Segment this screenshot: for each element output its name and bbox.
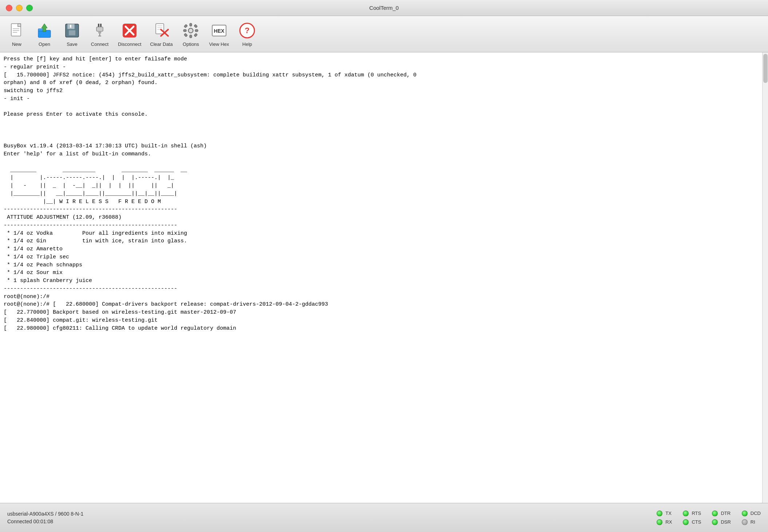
cts-led [683, 519, 689, 525]
titlebar: CoolTerm_0 [0, 0, 768, 16]
ri-label: RI [751, 519, 755, 525]
open-folder-icon [35, 21, 54, 40]
options-button[interactable]: Options [178, 19, 204, 49]
svg-point-35 [189, 29, 193, 32]
rts-indicator: RTS [683, 511, 701, 516]
tx-label: TX [665, 511, 672, 516]
minimize-button[interactable] [16, 5, 23, 11]
save-button[interactable]: Save [59, 19, 85, 49]
connected-time: Connected 00:01:08 [7, 518, 657, 525]
rx-led [657, 519, 662, 525]
dsr-led [712, 519, 718, 525]
dsr-indicator: DSR [712, 519, 731, 525]
save-label: Save [67, 41, 78, 47]
window-controls [6, 5, 33, 11]
dtr-label: DTR [721, 511, 731, 516]
dtr-dsr-col: DTR DSR [712, 511, 731, 525]
svg-rect-32 [194, 24, 198, 28]
rx-label: RX [665, 519, 672, 525]
dcd-indicator: DCD [742, 511, 761, 516]
rts-label: RTS [692, 511, 701, 516]
dcd-ri-col: DCD RI [742, 511, 761, 525]
clear-data-label: Clear Data [150, 41, 173, 47]
dcd-label: DCD [751, 511, 761, 516]
main-area: Press the [f] key and hit [enter] to ent… [0, 52, 768, 503]
svg-rect-34 [194, 33, 198, 37]
svg-text:HEX: HEX [214, 28, 224, 34]
disconnect-label: Disconnect [118, 41, 141, 47]
cts-indicator: CTS [683, 519, 701, 525]
view-hex-icon: HEX [210, 21, 229, 40]
open-label: Open [39, 41, 50, 47]
svg-rect-33 [184, 33, 188, 37]
ri-indicator: RI [742, 519, 761, 525]
clear-data-button[interactable]: Clear Data [146, 19, 176, 49]
maximize-button[interactable] [26, 5, 33, 11]
view-hex-button[interactable]: HEX View Hex [205, 19, 233, 49]
svg-rect-14 [98, 31, 101, 33]
terminal-output[interactable]: Press the [f] key and hit [enter] to ent… [0, 52, 762, 503]
connection-string: usbserial-A900a4XS / 9600 8-N-1 [7, 510, 657, 518]
svg-rect-30 [195, 29, 198, 32]
svg-rect-10 [70, 25, 71, 28]
svg-rect-31 [184, 24, 188, 28]
close-button[interactable] [6, 5, 12, 11]
help-label: Help [242, 41, 252, 47]
statusbar: usbserial-A900a4XS / 9600 8-N-1 Connecte… [0, 503, 768, 532]
save-floppy-icon [63, 21, 82, 40]
svg-rect-13 [96, 27, 103, 31]
disconnect-button[interactable]: Disconnect [114, 19, 145, 49]
new-button[interactable]: New [4, 19, 30, 49]
statusbar-connection-info: usbserial-A900a4XS / 9600 8-N-1 Connecte… [7, 510, 657, 525]
window-title: CoolTerm_0 [369, 5, 399, 11]
terminal[interactable]: Press the [f] key and hit [enter] to ent… [0, 52, 762, 503]
rx-indicator: RX [657, 519, 672, 525]
tx-led [657, 511, 662, 516]
svg-text:?: ? [245, 26, 249, 35]
svg-rect-9 [69, 30, 75, 35]
view-hex-label: View Hex [209, 41, 229, 47]
open-button[interactable]: Open [31, 19, 58, 49]
tx-rx-col: TX RX [657, 511, 672, 525]
help-circle-icon: ? [238, 21, 257, 40]
rts-led [683, 511, 689, 516]
svg-rect-20 [156, 24, 164, 34]
scrollbar-thumb[interactable] [763, 54, 768, 83]
dtr-indicator: DTR [712, 511, 731, 516]
tx-indicator: TX [657, 511, 672, 516]
vertical-scrollbar[interactable] [762, 52, 768, 503]
options-gear-icon [181, 21, 200, 40]
cts-label: CTS [692, 519, 701, 525]
statusbar-indicators: TX RX RTS CTS DTR [657, 511, 761, 525]
svg-rect-28 [190, 35, 192, 38]
connect-button[interactable]: Connect [87, 19, 113, 49]
new-doc-icon [7, 21, 26, 40]
clear-data-icon [152, 21, 171, 40]
connect-plug-icon [90, 21, 109, 40]
new-label: New [12, 41, 21, 47]
dtr-led [712, 511, 718, 516]
disconnect-x-icon [120, 21, 139, 40]
dcd-led [742, 511, 748, 516]
toolbar: New Open Save [0, 16, 768, 52]
dsr-label: DSR [721, 519, 731, 525]
rts-cts-col: RTS CTS [683, 511, 701, 525]
ri-led [742, 519, 748, 525]
svg-rect-27 [190, 23, 192, 26]
svg-rect-29 [183, 29, 186, 32]
connect-label: Connect [91, 41, 108, 47]
options-label: Options [183, 41, 199, 47]
help-button[interactable]: ? Help [234, 19, 260, 49]
